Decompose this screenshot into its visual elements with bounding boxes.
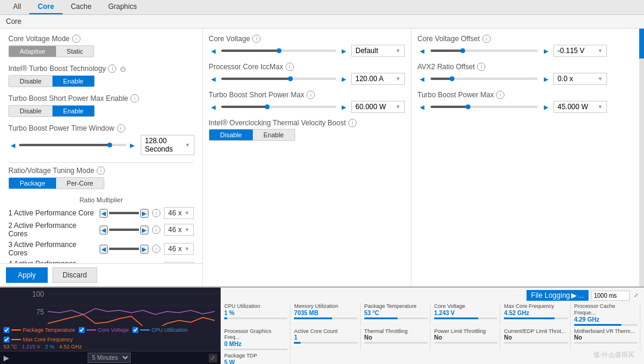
- chart-expand-icon[interactable]: ⤢: [209, 354, 217, 362]
- ratio-per-core-btn[interactable]: Per-Core: [56, 178, 104, 189]
- chart-controls: ▶ 5 Minutes ⤢: [0, 351, 221, 364]
- legend-checkbox-3[interactable]: [4, 337, 10, 343]
- metrics-row-1: CPU Utilization 1 % Memory Utilization 7…: [224, 303, 640, 326]
- left-panel: Core Voltage Mode i Adaptive Static Inte…: [0, 29, 203, 286]
- apply-button[interactable]: Apply: [6, 267, 48, 283]
- core-voltage-static-btn[interactable]: Static: [56, 46, 94, 57]
- ratio-3-right[interactable]: ▶: [140, 245, 148, 254]
- ratio-1-value[interactable]: 46 x ▼: [164, 207, 194, 219]
- iccmax-value[interactable]: 120.00 A ▼: [351, 73, 405, 85]
- nav-graphics[interactable]: Graphics: [100, 0, 145, 14]
- legend-checkbox-2[interactable]: [132, 327, 138, 333]
- core-voltage-value[interactable]: Default ▼: [351, 45, 405, 57]
- nav-cache[interactable]: Cache: [63, 0, 100, 14]
- turbo-power-max-info[interactable]: i: [496, 91, 504, 99]
- scrollbar-thumb[interactable]: [639, 29, 644, 58]
- turbo-power-max-section: Turbo Boost Power Max i ◀ ▶ 45.000 W ▼: [417, 91, 638, 113]
- ratio-3-value[interactable]: 46 x ▼: [164, 243, 194, 255]
- voltage-offset-left[interactable]: ◀: [417, 46, 427, 55]
- legend-checkbox-0[interactable]: [4, 327, 10, 333]
- thermal-disable-btn[interactable]: Disable: [209, 129, 253, 140]
- short-power-max-slider[interactable]: [221, 106, 336, 108]
- thermal-enable-btn[interactable]: Enable: [253, 129, 295, 140]
- ratio-1-right[interactable]: ▶: [140, 209, 148, 218]
- ratio-3-info[interactable]: i: [152, 245, 160, 253]
- ratio-1-left[interactable]: ◀: [100, 209, 108, 218]
- time-interval-input[interactable]: [591, 291, 630, 301]
- scrollbar-track[interactable]: [639, 29, 644, 286]
- voltage-offset-slider[interactable]: [431, 50, 538, 52]
- avx2-ratio-info[interactable]: i: [477, 63, 485, 71]
- ratio-2-left[interactable]: ◀: [100, 226, 108, 235]
- power-max-value[interactable]: 45.000 W ▼: [553, 101, 607, 113]
- voltage-offset-right[interactable]: ▶: [541, 46, 551, 55]
- turbo-boost-disable-btn[interactable]: Disable: [9, 76, 52, 87]
- bottom-area: 100 75 50 25 0 Package Temperature Core: [0, 286, 644, 364]
- legend-label-2: CPU Utilization: [151, 327, 188, 333]
- ratio-2-right[interactable]: ▶: [140, 226, 148, 235]
- processor-iccmax-info[interactable]: i: [286, 63, 294, 71]
- core-voltage-right[interactable]: ▶: [340, 46, 349, 55]
- chart-pause-btn[interactable]: ▶: [4, 354, 9, 362]
- ratio-3-left[interactable]: ◀: [100, 245, 108, 254]
- middle-panel: Core Voltage i ◀ ▶ Default ▼: [203, 29, 411, 286]
- turbo-boost-short-power-info[interactable]: i: [131, 94, 139, 103]
- ratio-2-info[interactable]: i: [152, 226, 160, 234]
- time-window-left-arrow[interactable]: ◀: [8, 140, 18, 150]
- short-power-disable-btn[interactable]: Disable: [9, 106, 52, 116]
- nav-all[interactable]: All: [5, 0, 29, 14]
- iccmax-right[interactable]: ▶: [340, 74, 349, 84]
- turbo-power-max-slider-row: ◀ ▶ 45.000 W ▼: [417, 101, 638, 113]
- discard-button[interactable]: Discard: [52, 267, 97, 283]
- core-voltage-mode-info[interactable]: i: [72, 35, 80, 43]
- overclocking-thermal-info[interactable]: i: [348, 119, 357, 127]
- ratio-package-btn[interactable]: Package: [9, 178, 56, 189]
- avx2-slider[interactable]: [431, 78, 538, 80]
- turbo-boost-time-info[interactable]: i: [117, 124, 125, 132]
- ratio-tuning-mode-info[interactable]: i: [97, 166, 105, 175]
- ratio-tuning-mode-section: Ratio/Voltage Tuning Mode i Package Per-…: [8, 166, 194, 189]
- ratio-1-info[interactable]: i: [152, 209, 160, 217]
- processor-iccmax-label: Processor Core IccMax i: [209, 63, 405, 71]
- short-power-max-right[interactable]: ▶: [340, 102, 349, 112]
- time-window-slider[interactable]: ◀ ▶: [8, 140, 137, 150]
- core-voltage-left[interactable]: ◀: [209, 46, 218, 55]
- watermark: 值·什么值得买: [593, 350, 634, 359]
- expand-icon[interactable]: ⤢: [632, 291, 640, 300]
- core-voltage-slider[interactable]: [221, 50, 336, 52]
- turbo-boost-power-icon[interactable]: ⏻: [119, 64, 127, 73]
- turbo-power-max-label: Turbo Boost Power Max i: [417, 91, 638, 99]
- avx2-left[interactable]: ◀: [417, 74, 427, 84]
- power-max-slider[interactable]: [431, 106, 538, 108]
- nav-core[interactable]: Core: [29, 0, 62, 14]
- ratio-tuning-mode-label: Ratio/Voltage Tuning Mode i: [8, 166, 194, 175]
- avx2-value[interactable]: 0.0 x ▼: [553, 73, 607, 85]
- short-power-enable-btn[interactable]: Enable: [52, 106, 94, 116]
- avx2-right[interactable]: ▶: [541, 74, 551, 84]
- core-voltage-info[interactable]: i: [252, 35, 261, 43]
- turbo-boost-enable-btn[interactable]: Enable: [52, 76, 94, 87]
- file-logging-btn[interactable]: File Logging ▶ ...: [527, 290, 589, 301]
- legend-checkbox-1[interactable]: [79, 327, 85, 333]
- turbo-boost-time-section: Turbo Boost Power Time Window i ◀ ▶ 128.…: [8, 124, 194, 155]
- turbo-short-power-max-info[interactable]: i: [306, 91, 315, 99]
- chart-time-dropdown[interactable]: 5 Minutes: [88, 353, 131, 363]
- chart-y-labels: 100 75 50 25 0: [0, 290, 47, 326]
- short-power-max-value[interactable]: 60.000 W ▼: [351, 101, 405, 113]
- time-window-value[interactable]: 128.00 Seconds ▼: [141, 135, 194, 155]
- metric-core-voltage: Core Voltage 1.243 V: [434, 303, 500, 326]
- legend-color-2: [140, 329, 150, 331]
- turbo-boost-tech-info[interactable]: i: [108, 64, 116, 73]
- core-voltage-adaptive-btn[interactable]: Adaptive: [9, 46, 56, 57]
- short-power-max-left[interactable]: ◀: [209, 102, 218, 112]
- core-voltage-offset-info[interactable]: i: [482, 35, 491, 43]
- time-window-right-arrow[interactable]: ▶: [128, 140, 137, 150]
- power-max-right[interactable]: ▶: [541, 102, 551, 112]
- iccmax-left[interactable]: ◀: [209, 74, 218, 84]
- ratio-2-value[interactable]: 46 x ▼: [164, 224, 194, 236]
- core-voltage-offset-section: Core Voltage Offset i ◀ ▶ -0.115 V ▼: [417, 35, 638, 57]
- ratio-row-3: 3 Active Performance Cores ◀ ▶ i 46 x ▼: [8, 240, 194, 257]
- iccmax-slider[interactable]: [221, 78, 336, 80]
- voltage-offset-value[interactable]: -0.115 V ▼: [553, 45, 607, 57]
- power-max-left[interactable]: ◀: [417, 102, 427, 112]
